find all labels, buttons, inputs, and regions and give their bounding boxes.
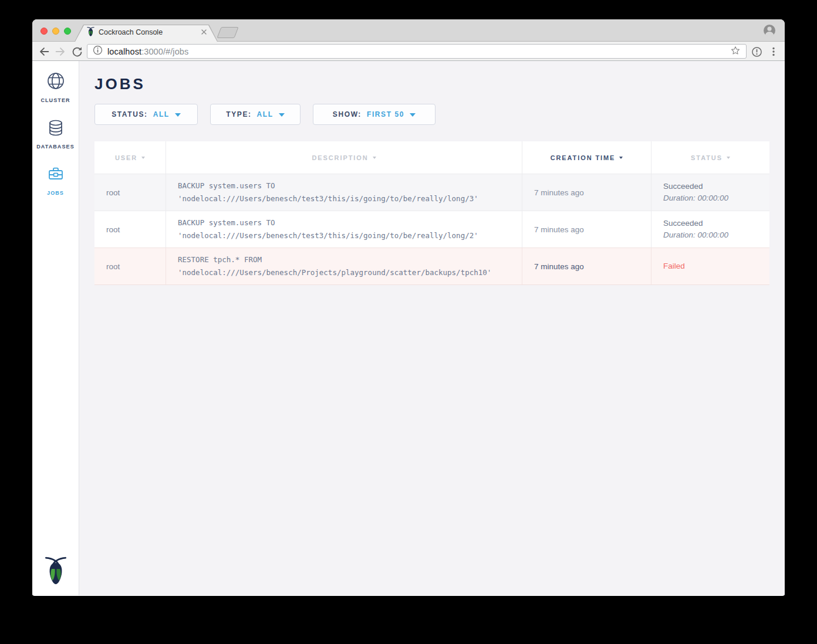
chevron-down-icon [279, 113, 285, 117]
sort-caret-icon [619, 157, 623, 159]
show-filter-dropdown[interactable]: SHOW: FIRST 50 [313, 104, 435, 125]
app-content: CLUSTER DATABASES [32, 61, 785, 595]
new-tab-button[interactable] [217, 27, 238, 38]
browser-window: Cockroach Console [32, 19, 785, 596]
column-header-label: CREATION TIME [551, 154, 616, 161]
table-row[interactable]: root BACKUP system.users TO 'nodelocal:/… [94, 211, 769, 248]
job-status: Failed [663, 260, 758, 272]
page-info-icon[interactable] [93, 45, 103, 57]
job-description-line1: BACKUP system.users TO [178, 216, 510, 229]
window-controls [40, 28, 71, 35]
zoom-window-button[interactable] [64, 28, 71, 35]
filter-value: ALL [257, 110, 274, 118]
column-header-status[interactable]: STATUS [651, 141, 769, 174]
profile-avatar-icon[interactable] [762, 23, 777, 40]
table-row[interactable]: root BACKUP system.users TO 'nodelocal:/… [94, 174, 769, 211]
sort-caret-icon [727, 157, 730, 159]
job-creation-time: 7 minutes ago [534, 188, 639, 197]
job-description-line2: 'nodelocal:///Users/benesch/test3/this/i… [178, 192, 510, 205]
tab-title: Cockroach Console [99, 28, 163, 36]
extension-alert-icon[interactable] [749, 44, 764, 59]
column-header-description[interactable]: DESCRIPTION [166, 141, 522, 174]
globe-icon [46, 71, 66, 93]
job-user: root [106, 225, 154, 234]
filter-label: TYPE: [226, 110, 251, 118]
bookmark-star-icon[interactable] [730, 45, 741, 58]
sidebar-item-jobs[interactable]: JOBS [32, 165, 79, 196]
filter-label: SHOW: [333, 110, 362, 118]
chevron-down-icon [410, 113, 416, 117]
url-path: :3000/#/jobs [141, 47, 188, 56]
filter-value: ALL [153, 110, 170, 118]
address-bar[interactable]: localhost:3000/#/jobs [87, 44, 747, 59]
column-header-creation-time[interactable]: CREATION TIME [522, 141, 651, 174]
cockroach-logo [43, 555, 68, 587]
tab-close-icon[interactable] [200, 28, 208, 36]
job-creation-time: 7 minutes ago [534, 262, 639, 271]
job-status: Succeeded [663, 218, 758, 229]
table-header-row: USER DESCRIPTION CREATION TIME STATUS [94, 141, 769, 174]
cockroach-favicon-icon [86, 26, 95, 39]
sort-caret-icon [373, 157, 376, 159]
job-duration: Duration: 00:00:00 [663, 192, 758, 204]
back-icon[interactable] [36, 44, 52, 59]
sidebar-item-cluster[interactable]: CLUSTER [32, 71, 79, 103]
job-duration: Duration: 00:00:00 [663, 229, 758, 241]
filter-label: STATUS: [112, 110, 147, 118]
jobs-page: JOBS STATUS: ALL TYPE: ALL SHOW: FIRST 5… [79, 61, 785, 595]
forward-icon[interactable] [53, 44, 68, 59]
reload-icon[interactable] [69, 44, 85, 59]
filters-row: STATUS: ALL TYPE: ALL SHOW: FIRST 50 [94, 104, 769, 125]
status-filter-dropdown[interactable]: STATUS: ALL [94, 104, 198, 125]
column-header-label: USER [115, 154, 137, 161]
sort-caret-icon [141, 157, 145, 159]
close-window-button[interactable] [40, 28, 48, 35]
job-status: Succeeded [663, 181, 758, 192]
job-creation-time: 7 minutes ago [534, 225, 639, 234]
database-icon [46, 118, 65, 140]
browser-toolbar: localhost:3000/#/jobs [32, 42, 785, 61]
type-filter-dropdown[interactable]: TYPE: ALL [210, 104, 301, 125]
url-text: localhost:3000/#/jobs [107, 47, 188, 56]
job-description-line2: 'nodelocal:///Users/benesch/Projects/pla… [178, 266, 510, 279]
column-header-label: STATUS [691, 154, 723, 161]
sidebar-item-label: CLUSTER [40, 97, 70, 103]
jobs-table: USER DESCRIPTION CREATION TIME STATUS [94, 141, 769, 285]
job-description-line1: BACKUP system.users TO [178, 179, 510, 192]
job-user: root [106, 262, 154, 271]
table-row[interactable]: root RESTORE tpch.* FROM 'nodelocal:///U… [94, 248, 769, 285]
job-user: root [106, 188, 154, 197]
browser-menu-icon[interactable] [766, 44, 781, 59]
job-description-line2: 'nodelocal:///Users/benesch/test3/this/i… [178, 229, 510, 242]
briefcase-icon [46, 165, 65, 186]
job-description-line1: RESTORE tpch.* FROM [178, 253, 510, 266]
chevron-down-icon [175, 113, 181, 117]
url-host: localhost [107, 47, 141, 56]
sidebar-item-label: JOBS [47, 190, 64, 196]
column-header-label: DESCRIPTION [312, 154, 368, 161]
sidebar-item-label: DATABASES [36, 144, 75, 150]
sidebar: CLUSTER DATABASES [32, 61, 79, 595]
sidebar-item-databases[interactable]: DATABASES [32, 118, 79, 150]
filter-value: FIRST 50 [367, 110, 404, 118]
tab-strip: Cockroach Console [32, 19, 785, 42]
page-title: JOBS [94, 75, 769, 93]
column-header-user[interactable]: USER [94, 141, 166, 174]
minimize-window-button[interactable] [52, 28, 59, 35]
